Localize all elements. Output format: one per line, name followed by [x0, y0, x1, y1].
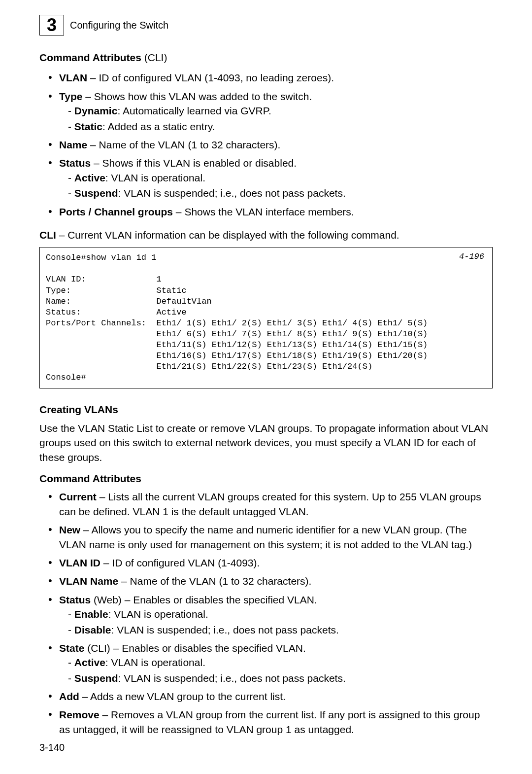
list-item: State (CLI) – Enables or disables the sp…: [48, 641, 493, 685]
chapter-number-icon: 3: [39, 15, 64, 35]
list-item: Remove – Removes a VLAN group from the c…: [48, 707, 493, 737]
chapter-number: 3: [47, 13, 57, 37]
sub-item: - Enable: VLAN is operational.: [68, 607, 493, 621]
page-header: 3 Configuring the Switch: [39, 15, 493, 35]
list-item: Name – Name of the VLAN (1 to 32 charact…: [48, 138, 493, 152]
sub-item: - Suspend: VLAN is suspended; i.e., does…: [68, 671, 493, 685]
cli-output-box: 4-196Console#show vlan id 1 VLAN ID: 1 T…: [39, 247, 493, 388]
sub-item: - Dynamic: Automatically learned via GVR…: [68, 104, 493, 118]
sub-list: - Dynamic: Automatically learned via GVR…: [68, 104, 493, 134]
section-title-command-attributes-cli: Command Attributes (CLI): [39, 50, 493, 65]
body-paragraph: Use the VLAN Static List to create or re…: [39, 421, 493, 464]
sub-item: - Static: Added as a static entry.: [68, 119, 493, 134]
section-title-command-attributes: Command Attributes: [39, 471, 493, 486]
sub-item: - Active: VLAN is operational.: [68, 171, 493, 185]
list-item: Ports / Channel groups – Shows the VLAN …: [48, 205, 493, 219]
list-item: Type – Shows how this VLAN was added to …: [48, 89, 493, 134]
list-item: Status – Shows if this VLAN is enabled o…: [48, 156, 493, 200]
section-title-creating-vlans: Creating VLANs: [39, 402, 493, 417]
sub-list: - Active: VLAN is operational. - Suspend…: [68, 655, 493, 685]
list-item: Add – Adds a new VLAN group to the curre…: [48, 689, 493, 704]
chapter-title: Configuring the Switch: [70, 18, 168, 32]
cli-output-text: Console#show vlan id 1 VLAN ID: 1 Type: …: [46, 253, 428, 382]
list-item: VLAN Name – Name of the VLAN (1 to 32 ch…: [48, 574, 493, 588]
cli-intro-line: CLI – Current VLAN information can be di…: [39, 228, 493, 242]
list-item: Current – Lists all the current VLAN gro…: [48, 490, 493, 519]
list-item: VLAN ID – ID of configured VLAN (1-4093)…: [48, 556, 493, 570]
attribute-list-cli: VLAN – ID of configured VLAN (1-4093, no…: [48, 70, 493, 219]
sub-item: - Active: VLAN is operational.: [68, 655, 493, 669]
list-item: VLAN – ID of configured VLAN (1-4093, no…: [48, 70, 493, 85]
sub-list: - Active: VLAN is operational. - Suspend…: [68, 171, 493, 201]
attribute-list-creating-vlans: Current – Lists all the current VLAN gro…: [48, 490, 493, 737]
list-item: Status (Web) – Enables or disables the s…: [48, 593, 493, 637]
page-number: 3-140: [39, 740, 65, 754]
sub-item: - Suspend: VLAN is suspended; i.e., does…: [68, 186, 493, 200]
sub-list: - Enable: VLAN is operational. - Disable…: [68, 607, 493, 637]
cross-reference: 4-196: [459, 251, 484, 262]
sub-item: - Disable: VLAN is suspended; i.e., does…: [68, 623, 493, 637]
list-item: New – Allows you to specify the name and…: [48, 523, 493, 552]
